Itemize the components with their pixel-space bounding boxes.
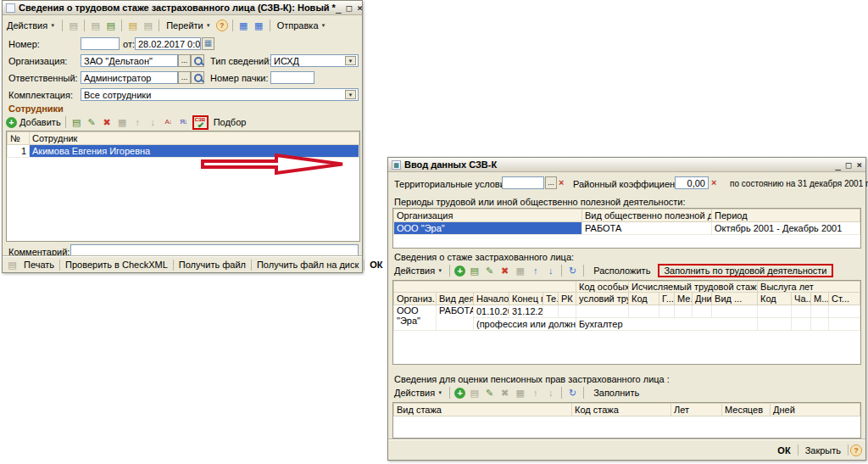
list-icon[interactable]: ▦ xyxy=(237,20,250,32)
move-up-icon[interactable]: ↑ xyxy=(131,116,144,129)
col-header-employee[interactable]: Сотрудник xyxy=(30,132,359,145)
col-header[interactable]: Конец п... xyxy=(509,293,543,305)
edit-icon[interactable]: ✎ xyxy=(483,387,496,400)
profession-value-cell[interactable]: Бухгалтер xyxy=(576,318,758,331)
actions-menu[interactable]: Действия ▼ xyxy=(392,387,445,399)
col-header-experience-code[interactable]: Код стажа xyxy=(572,404,671,416)
col-header-months[interactable]: Месяцев xyxy=(722,404,771,416)
ok-button[interactable]: ОК xyxy=(772,444,795,456)
sort-desc-icon[interactable]: Я↓ xyxy=(177,116,190,129)
export-file-icon[interactable]: ▤ xyxy=(126,20,139,32)
org-cell[interactable]: ООО "Эра" xyxy=(394,305,437,331)
actions-menu[interactable]: Действия ▼ xyxy=(392,265,445,277)
close-button[interactable]: × xyxy=(357,3,362,14)
organization-choose-button[interactable]: ... xyxy=(178,54,191,67)
minimize-button[interactable]: _ xyxy=(835,159,841,171)
row-number-cell[interactable]: 1 xyxy=(8,145,30,158)
col-header[interactable]: Те... xyxy=(543,293,559,305)
add-icon[interactable]: + xyxy=(6,117,17,128)
number-input[interactable] xyxy=(81,37,120,50)
cell[interactable] xyxy=(629,305,659,318)
col-header-experience-kind[interactable]: Вид стажа xyxy=(394,404,572,416)
organization-open-button[interactable] xyxy=(191,54,204,67)
checkxml-button[interactable]: Проверить в CheckXML xyxy=(60,259,173,271)
col-header[interactable]: Ст... xyxy=(829,293,860,305)
cell[interactable] xyxy=(712,305,758,318)
maximize-button[interactable]: □ xyxy=(347,3,353,14)
activity-kind-cell[interactable]: РАБОТА xyxy=(582,222,712,235)
organization-cell[interactable]: ООО "Эра" xyxy=(394,222,582,235)
save-order-icon[interactable]: ▦ xyxy=(514,387,526,400)
col-header-days[interactable]: Дней xyxy=(771,404,860,416)
cell[interactable] xyxy=(559,305,576,318)
pick-button[interactable]: Подбор xyxy=(214,117,247,127)
cell[interactable] xyxy=(811,305,829,318)
close-button-footer[interactable]: Закрыть xyxy=(800,444,846,456)
add-icon[interactable]: + xyxy=(454,388,465,399)
cell[interactable] xyxy=(576,305,629,318)
title-bar[interactable]: Сведения о трудовом стаже застрахованног… xyxy=(3,1,362,15)
edit-icon[interactable]: ✎ xyxy=(483,265,496,277)
delete-icon[interactable]: ✖ xyxy=(101,116,114,129)
sort-asc-icon[interactable]: А↓ xyxy=(162,116,175,129)
col-header-years[interactable]: Лет xyxy=(671,404,722,416)
goto-menu[interactable]: Перейти ▼ xyxy=(164,20,214,31)
fill-by-labor-button[interactable]: Заполнить по трудовой деятельности xyxy=(658,264,832,277)
move-down-icon[interactable]: ↓ xyxy=(544,387,557,400)
cell[interactable] xyxy=(792,305,811,318)
col-header-num[interactable]: № xyxy=(8,132,30,145)
cell[interactable] xyxy=(758,305,792,318)
col-header[interactable]: Ме... xyxy=(675,293,693,305)
col-header[interactable]: Начало ... xyxy=(474,293,509,305)
col-header[interactable]: Г... xyxy=(659,293,675,305)
add-button[interactable]: Добавить xyxy=(19,117,61,127)
experience-row[interactable]: ООО "Эра" РАБОТА 01.10.20... 31.12.20... xyxy=(394,305,860,318)
kind-cell[interactable]: РАБОТА xyxy=(437,305,474,331)
save-order-icon[interactable]: ▦ xyxy=(514,265,526,277)
settings-list-icon[interactable]: ▦ xyxy=(253,20,265,32)
responsible-open-button[interactable] xyxy=(191,71,204,84)
get-file-button[interactable]: Получить файл xyxy=(174,259,251,271)
begin-date-cell[interactable]: 01.10.20... xyxy=(474,305,509,318)
col-header[interactable]: РК xyxy=(559,293,576,305)
cell[interactable] xyxy=(659,305,675,318)
end-date-cell[interactable]: 31.12.20... xyxy=(509,305,543,318)
col-header[interactable]: Дни xyxy=(693,293,712,305)
move-up-icon[interactable]: ↑ xyxy=(529,265,542,277)
coefficient-input[interactable]: 0,00 xyxy=(675,176,709,189)
cell[interactable] xyxy=(675,305,693,318)
col-header-organization[interactable]: Организация xyxy=(394,210,582,222)
calendar-icon[interactable]: ▦ xyxy=(202,37,214,50)
fill-button[interactable]: Заполнить xyxy=(588,387,644,399)
move-down-icon[interactable]: ↓ xyxy=(147,116,159,129)
print-button[interactable]: Печать xyxy=(19,259,59,271)
move-up-icon[interactable]: ↑ xyxy=(529,387,542,400)
refresh-icon[interactable]: ↻ xyxy=(566,387,579,400)
delete-icon[interactable]: ✖ xyxy=(498,387,511,400)
send-menu[interactable]: Отправка ▼ xyxy=(275,20,329,31)
structure-icon[interactable]: ▤ xyxy=(67,20,80,32)
col-header-period[interactable]: Период xyxy=(712,210,860,222)
import-file-icon[interactable]: ▤ xyxy=(142,20,154,32)
col-header[interactable]: условий труда xyxy=(576,293,629,305)
add-icon[interactable]: + xyxy=(454,266,465,277)
pack-number-input[interactable] xyxy=(270,71,314,84)
new-document-icon[interactable]: ▤ xyxy=(104,20,117,32)
territorial-input[interactable] xyxy=(502,176,544,189)
col-header[interactable]: Вид деят... xyxy=(437,293,474,305)
col-header[interactable]: Организ... xyxy=(394,293,437,305)
copy-row-icon[interactable]: ▤ xyxy=(468,265,481,277)
cell[interactable] xyxy=(693,305,712,318)
date-input[interactable]: 28.02.2017 0:00:00 xyxy=(135,37,201,50)
move-down-icon[interactable]: ↓ xyxy=(544,265,557,277)
copy-row-icon[interactable]: ▤ xyxy=(468,387,481,400)
cell[interactable] xyxy=(758,318,792,331)
save-order-icon[interactable]: ▦ xyxy=(116,116,129,129)
get-file-disk-button[interactable]: Получить файл на диск xyxy=(252,259,364,271)
delete-icon[interactable]: ✖ xyxy=(498,265,511,277)
organization-field[interactable]: ЗАО "Дельтаон" xyxy=(81,54,178,67)
refresh-icon[interactable]: ↻ xyxy=(566,265,579,277)
col-header-activity-kind[interactable]: Вид общественно полезной деятельности xyxy=(582,210,712,222)
edit-icon[interactable]: ✎ xyxy=(86,116,98,129)
cell[interactable] xyxy=(829,318,860,331)
